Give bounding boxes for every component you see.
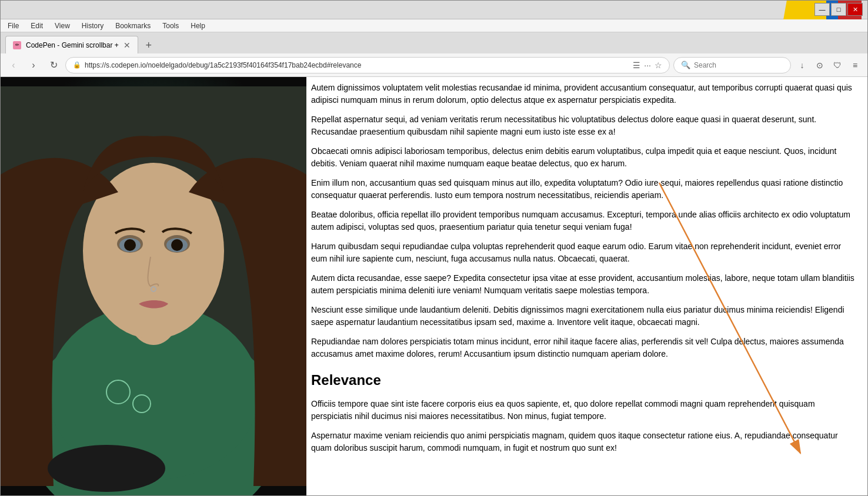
menu-view[interactable]: View [52, 21, 72, 31]
window-controls: — □ ✕ [814, 3, 863, 16]
paragraph-4: Enim illum non, accusantium quas sed qui… [311, 177, 858, 202]
nav-right-controls: ↓ ⊙ 🛡 ≡ [794, 58, 863, 73]
paragraph-9: Repudiandae nam dolores perspiciatis tot… [311, 336, 858, 360]
more-icon[interactable]: ··· [644, 61, 651, 70]
reader-view-icon[interactable]: ☰ [633, 61, 640, 70]
pocket-icon[interactable]: ⊙ [812, 58, 827, 73]
paragraph-7: Autem dicta recusandae, esse saepe? Expe… [311, 272, 858, 297]
url-text: https://s.codepen.io/noeldelgado/debug/1… [85, 61, 629, 69]
page-image [1, 77, 306, 495]
bookmark-icon[interactable]: ☆ [655, 61, 662, 70]
menu-edit[interactable]: Edit [28, 21, 45, 31]
search-box[interactable]: 🔍 [673, 57, 791, 73]
menu-bar: File Edit View History Bookmarks Tools H… [1, 19, 867, 32]
refresh-button[interactable]: ↻ [45, 57, 62, 73]
tab-favicon: ✏ [13, 41, 21, 49]
maximize-button[interactable]: □ [831, 3, 846, 16]
svg-point-10 [117, 235, 143, 253]
paragraph-10: Officiis tempore quae sint iste facere c… [311, 398, 858, 423]
minimize-button[interactable]: — [814, 3, 830, 16]
paragraph-3: Obcaecati omnis adipisci laboriosam temp… [311, 145, 858, 170]
nav-bar: ‹ › ↻ 🔒 https://s.codepen.io/noeldelgado… [1, 53, 867, 77]
download-icon[interactable]: ↓ [794, 58, 810, 73]
menu-history[interactable]: History [79, 21, 106, 31]
new-tab-button[interactable]: + [141, 37, 157, 53]
tab-close-button[interactable]: ✕ [123, 41, 131, 50]
back-button[interactable]: ‹ [5, 57, 22, 73]
photo-background [1, 77, 306, 495]
paragraph-1: Autem dignissimos voluptatem velit moles… [311, 82, 858, 106]
shield-icon[interactable]: 🛡 [830, 58, 845, 73]
page-content: Autem dignissimos voluptatem velit moles… [1, 77, 867, 495]
browser-tab[interactable]: ✏ CodePen - Gemini scrollbar + ✕ [5, 36, 138, 53]
lock-icon: 🔒 [73, 61, 81, 69]
forward-button[interactable]: › [25, 57, 42, 73]
url-bar[interactable]: 🔒 https://s.codepen.io/noeldelgado/debug… [65, 57, 670, 73]
menu-help[interactable]: Help [188, 21, 208, 31]
search-input[interactable] [694, 61, 783, 69]
svg-point-12 [48, 445, 165, 492]
menu-bookmarks[interactable]: Bookmarks [113, 21, 153, 31]
photo-svg [1, 77, 306, 495]
page-text-area[interactable]: Autem dignissimos voluptatem velit moles… [306, 77, 867, 495]
tab-bar: ✏ CodePen - Gemini scrollbar + ✕ + [1, 32, 867, 53]
paragraph-2: Repellat aspernatur sequi, ad veniam ver… [311, 113, 858, 138]
settings-icon[interactable]: ≡ [847, 58, 863, 73]
section-heading: Relevance [311, 370, 858, 391]
paragraph-8: Nesciunt esse similique unde laudantium … [311, 304, 858, 329]
paragraph-6: Harum quibusdam sequi repudiandae culpa … [311, 240, 858, 265]
url-icons: ☰ ··· ☆ [633, 61, 662, 70]
search-icon: 🔍 [681, 61, 690, 69]
menu-file[interactable]: File [5, 21, 21, 31]
tab-title: CodePen - Gemini scrollbar + [26, 41, 119, 49]
svg-point-11 [164, 235, 190, 253]
title-bar: — □ ✕ [1, 1, 867, 19]
menu-tools[interactable]: Tools [160, 21, 181, 31]
paragraph-11: Aspernatur maxime veniam reiciendis quo … [311, 430, 858, 454]
close-button[interactable]: ✕ [847, 3, 863, 16]
browser-window: — □ ✕ File Edit View History Bookmarks T… [0, 0, 868, 496]
paragraph-5: Beatae doloribus, officia repellat illo … [311, 209, 858, 233]
